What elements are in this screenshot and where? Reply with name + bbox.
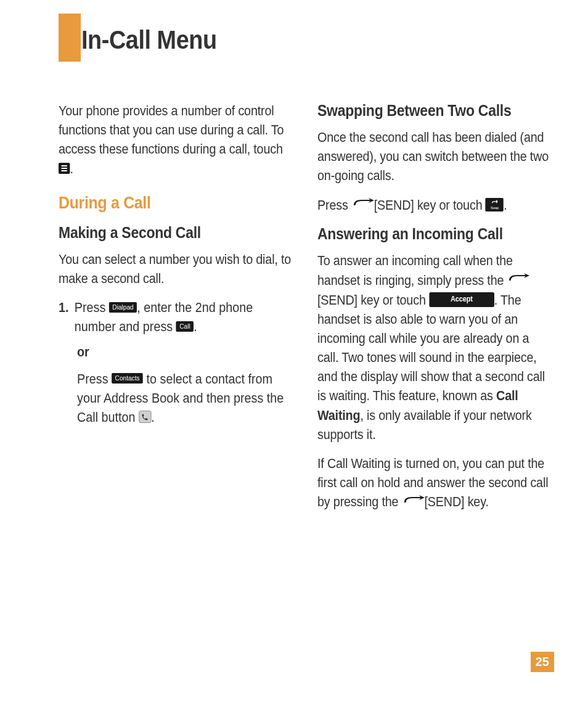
press-text-a: Press (317, 198, 351, 213)
header-accent-bar (59, 14, 81, 62)
page-title: In-Call Menu (81, 25, 217, 55)
accept-button-icon: Accept (429, 292, 494, 306)
send-key-icon-3 (401, 491, 424, 511)
intro-text-a: Your phone provides a number of control … (59, 104, 284, 157)
phone-key-icon (139, 411, 151, 423)
step-body: Press Dialpad, enter the 2nd phone numbe… (75, 298, 293, 337)
subheading-swapping: Swapping Between Two Calls (317, 102, 533, 120)
swapping-paragraph: Once the second call has been dialed (an… (317, 128, 552, 186)
step-1-alt: Press Contacts to select a contact from … (77, 370, 296, 428)
ans-text-c: . The handset is also able to warn you o… (317, 293, 545, 404)
call-button-icon: Call (176, 321, 194, 332)
page-number: 25 (531, 652, 554, 672)
step1-text-c: . (194, 319, 197, 334)
intro-paragraph: Your phone provides a number of control … (59, 102, 293, 179)
step-1: 1. Press Dialpad, enter the 2nd phone nu… (59, 298, 293, 337)
ans-text-a: To answer an incoming call when the hand… (317, 253, 513, 287)
send-key-icon-2 (507, 269, 529, 289)
answering-paragraph-2: If Call Waiting is turned on, you can pu… (317, 454, 552, 512)
swap-label: Swap (490, 206, 498, 210)
step2-text-a: Press (77, 372, 112, 387)
or-separator: or (77, 343, 296, 362)
send-label: [SEND] key or touch (374, 198, 485, 213)
dialpad-button-icon: Dialpad (109, 302, 137, 313)
press-text-c: . (504, 198, 507, 213)
second-call-intro: You can select a number you wish to dial… (59, 250, 293, 289)
ans-text-b: [SEND] key or touch (317, 293, 429, 308)
contacts-button-icon: Contacts (112, 373, 143, 384)
subheading-second-call: Making a Second Call (59, 224, 274, 242)
send-key-icon (351, 194, 374, 213)
subheading-answering: Answering an Incoming Call (317, 225, 533, 243)
step-number: 1. (59, 298, 70, 337)
content-columns: Your phone provides a number of control … (59, 102, 551, 522)
swap-button-icon: Swap (485, 198, 503, 211)
intro-text-b: . (70, 162, 73, 176)
step1-text-a: Press (75, 300, 109, 315)
left-column: Your phone provides a number of control … (59, 102, 293, 522)
answering-paragraph-1: To answer an incoming call when the hand… (317, 252, 552, 444)
right-column: Swapping Between Two Calls Once the seco… (317, 102, 552, 522)
cw2-text-b: [SEND] key. (424, 495, 488, 509)
step2-text-c: . (151, 410, 155, 425)
menu-icon (59, 163, 70, 174)
section-heading-during-call: During a Call (59, 194, 274, 213)
swapping-press-line: Press [SEND] key or touch Swap. (317, 196, 552, 216)
